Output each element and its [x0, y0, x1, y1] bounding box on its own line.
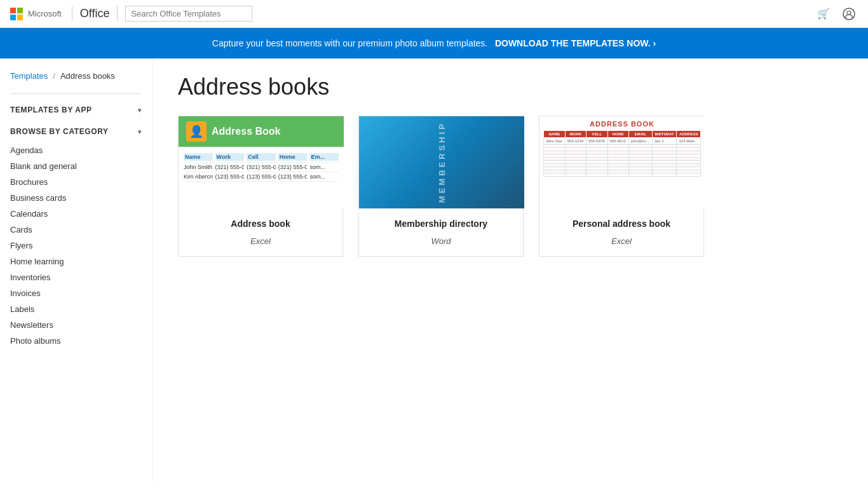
microsoft-logo[interactable]: Microsoft [10, 8, 62, 20]
sidebar-item-labels[interactable]: Labels [10, 301, 142, 317]
breadcrumb-parent[interactable]: Templates [10, 71, 48, 81]
template-thumbnail-address-book: 👤 Address Book Name Work Cell Home Em... [179, 116, 344, 208]
template-name: Personal address book [550, 219, 693, 229]
sidebar-item-cards[interactable]: Cards [10, 222, 142, 238]
header-divider [72, 6, 72, 22]
chevron-down-icon: ▾ [138, 107, 142, 114]
breadcrumb-current: Address books [60, 71, 115, 81]
breadcrumb-separator: / [53, 71, 55, 81]
template-info-address-book: Address book Excel [179, 208, 342, 256]
template-card-address-book[interactable]: 👤 Address Book Name Work Cell Home Em... [178, 116, 343, 257]
svg-point-1 [847, 11, 851, 15]
template-info-personal-address-book: Personal address book Excel [539, 208, 703, 256]
breadcrumb: Templates / Address books [10, 71, 142, 81]
header-divider2 [117, 6, 118, 22]
sidebar-item-agendas[interactable]: Agendas [10, 142, 142, 158]
page-title: Address books [178, 74, 843, 100]
ab-icon: 👤 [186, 121, 207, 142]
sidebar-item-photo-albums[interactable]: Photo albums [10, 333, 142, 349]
ms-logo-icon [10, 8, 23, 20]
cart-button[interactable]: 🛒 [815, 5, 832, 23]
template-thumbnail-personal-address-book: ADDRESS BOOK NAME WORK CELL HOME EMAIL B… [539, 116, 705, 208]
header: Microsoft Office 🛒 [0, 0, 868, 28]
sidebar-section-category: BROWSE BY CATEGORY ▾ AgendasBlank and ge… [10, 123, 142, 349]
templates-by-app-label: TEMPLATES BY APP [10, 105, 92, 114]
sidebar-item-calendars[interactable]: Calendars [10, 206, 142, 222]
sidebar-item-invoices[interactable]: Invoices [10, 285, 142, 301]
templates-grid: 👤 Address Book Name Work Cell Home Em... [178, 116, 843, 257]
sidebar-item-flyers[interactable]: Flyers [10, 238, 142, 254]
user-icon [843, 8, 855, 20]
browse-by-category-header[interactable]: BROWSE BY CATEGORY ▾ [10, 123, 142, 140]
header-icons: 🛒 [815, 5, 858, 23]
md-watermark-text: MEMBERSHIP [437, 121, 447, 203]
office-brand[interactable]: Office [80, 7, 110, 20]
template-name: Membership directory [369, 219, 513, 229]
template-card-personal-address-book[interactable]: ADDRESS BOOK NAME WORK CELL HOME EMAIL B… [539, 116, 704, 257]
main-layout: Templates / Address books TEMPLATES BY A… [0, 58, 868, 483]
browse-by-category-label: BROWSE BY CATEGORY [10, 127, 109, 136]
templates-by-app-header[interactable]: TEMPLATES BY APP ▾ [10, 102, 142, 118]
template-app: Excel [550, 236, 693, 246]
user-button[interactable] [840, 5, 858, 23]
sidebar-item-newsletters[interactable]: Newsletters [10, 317, 142, 333]
sidebar-item-home-learning[interactable]: Home learning [10, 254, 142, 269]
sidebar-item-blank-general[interactable]: Blank and general [10, 158, 142, 174]
sidebar-section-app: TEMPLATES BY APP ▾ [10, 93, 142, 118]
search-input[interactable] [125, 6, 252, 22]
sidebar-item-brochures[interactable]: Brochures [10, 174, 142, 190]
microsoft-text: Microsoft [28, 9, 62, 18]
banner-message: Capture your best moments with our premi… [212, 38, 487, 48]
template-app: Word [369, 236, 513, 246]
main-content: Address books 👤 Address Book Name Work [153, 58, 868, 483]
sidebar-item-business-cards[interactable]: Business cards [10, 190, 142, 206]
category-list: AgendasBlank and generalBrochuresBusines… [10, 142, 142, 349]
sidebar: Templates / Address books TEMPLATES BY A… [0, 58, 153, 483]
template-app: Excel [189, 236, 332, 246]
pab-title: ADDRESS BOOK [543, 120, 701, 128]
banner-cta[interactable]: DOWNLOAD THE TEMPLATES NOW. › [495, 38, 656, 48]
template-card-membership-directory[interactable]: MEMBERSHIP Membership directory Word [358, 116, 524, 257]
template-name: Address book [189, 219, 332, 229]
template-thumbnail-membership-directory: MEMBERSHIP [359, 116, 524, 208]
promo-banner: Capture your best moments with our premi… [0, 28, 868, 58]
chevron-down-icon2: ▾ [138, 128, 142, 135]
template-info-membership-directory: Membership directory Word [359, 208, 523, 256]
sidebar-item-inventories[interactable]: Inventories [10, 269, 142, 285]
pab-table: NAME WORK CELL HOME EMAIL BIRTHDAY ADDRE… [543, 130, 701, 177]
